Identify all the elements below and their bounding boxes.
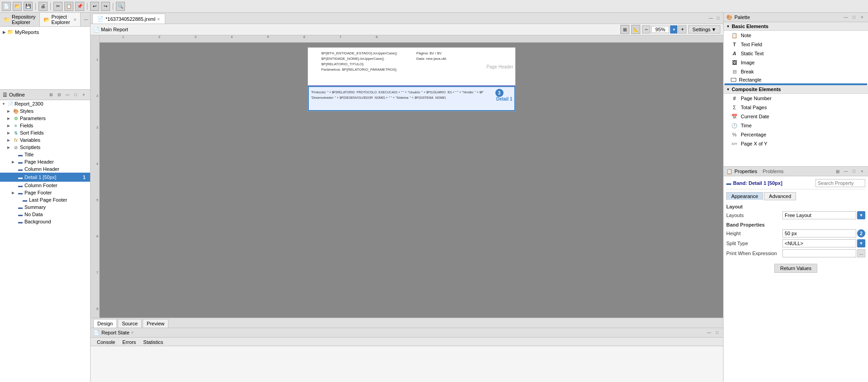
toolbar-print-btn[interactable]: 🖨 bbox=[38, 2, 48, 11]
design-tab-preview[interactable]: Preview bbox=[143, 319, 168, 328]
outline-header: ☰ Outline ⊞ ⊟ — □ × bbox=[0, 90, 90, 100]
outline-item-lastpagefooter[interactable]: ▬ Last Page Footer bbox=[0, 196, 90, 203]
palette-item-totalpages[interactable]: Σ Total Pages bbox=[724, 103, 868, 112]
zoom-dropdown-btn[interactable]: ▼ bbox=[670, 25, 677, 34]
props-printwhen-input[interactable] bbox=[782, 249, 856, 257]
band-detail1[interactable]: Detail 1 3 "Protocolo: " + $P{RELATORIO_… bbox=[308, 86, 515, 111]
outline-action-1[interactable]: ⊞ bbox=[48, 91, 55, 98]
zoom-out-btn[interactable]: − bbox=[642, 25, 650, 34]
props-printwhen-expr-btn[interactable]: … bbox=[857, 249, 865, 257]
design-tab-design[interactable]: Design bbox=[93, 319, 117, 328]
props-return-values-btn[interactable]: Return Values bbox=[774, 264, 817, 273]
outline-item-sortfields[interactable]: ▶ ⇅ Sort Fields bbox=[0, 129, 90, 136]
main-layout: 📁 Repository Explorer 📂 Project Explorer… bbox=[0, 13, 868, 382]
palette-section-basic[interactable]: ▼ Basic Elements bbox=[724, 22, 868, 31]
props-new-btn[interactable]: ⊞ bbox=[834, 168, 841, 174]
canvas-scroll[interactable]: Page Header $P{BTH_ENTIDADE_ESTADO}.toUp… bbox=[100, 43, 723, 318]
proj-explorer-close[interactable]: × bbox=[74, 17, 77, 22]
outline-item-variables[interactable]: ▶ fx Variables bbox=[0, 136, 90, 144]
outline-item-background[interactable]: ▬ Background bbox=[0, 218, 90, 225]
props-height-input[interactable] bbox=[782, 229, 856, 237]
toolbar-paste-btn[interactable]: 📌 bbox=[75, 2, 84, 11]
props-layouts-dropdown-btn[interactable]: ▼ bbox=[857, 211, 865, 219]
outline-item-pageheader[interactable]: ▶ ▬ Page Header bbox=[0, 158, 90, 165]
editor-area: 📄 *1637340522885.jrxml × — □ 📄 Main Repo… bbox=[91, 13, 723, 328]
toolbar-undo-btn[interactable]: ↩ bbox=[90, 2, 99, 11]
outline-minimize-btn[interactable]: — bbox=[64, 91, 71, 98]
snap-toggle-btn[interactable]: 📐 bbox=[631, 25, 640, 34]
props-tab-advanced[interactable]: Advanced bbox=[764, 192, 796, 200]
props-splittype-dropdown[interactable]: <NULL> bbox=[782, 239, 856, 247]
palette-item-pagexofy[interactable]: X/Y Page X of Y bbox=[724, 139, 868, 148]
problems-tab-btn[interactable]: Problems bbox=[762, 169, 783, 174]
palette-item-statictext[interactable]: A Static Text bbox=[724, 49, 868, 58]
toolbar-new-btn[interactable]: 📄 bbox=[2, 2, 11, 11]
outline-item-detail1[interactable]: ▬ Detail 1 [50px] 1 bbox=[0, 173, 90, 182]
outline-item-columnfooter[interactable]: ▬ Column Footer bbox=[0, 182, 90, 189]
props-layouts-dropdown[interactable]: Free Layout bbox=[782, 211, 856, 219]
tab-errors[interactable]: Errors bbox=[119, 338, 139, 346]
toolbar-redo-btn[interactable]: ↪ bbox=[101, 2, 110, 11]
outline-item-summary[interactable]: ▬ Summary bbox=[0, 203, 90, 211]
toolbar-sep-2 bbox=[50, 3, 51, 10]
outline-item-fields[interactable]: ▶ ≡ Fields bbox=[0, 122, 90, 129]
palette-item-currentdate[interactable]: 📅 Current Date bbox=[724, 112, 868, 121]
tab-project-explorer[interactable]: 📂 Project Explorer × bbox=[40, 13, 81, 26]
outline-item-parameters[interactable]: ▶ ⚙ Parameters bbox=[0, 115, 90, 122]
props-search-input[interactable] bbox=[815, 179, 865, 187]
toolbar-open-btn[interactable]: 📂 bbox=[13, 2, 22, 11]
palette-item-image[interactable]: 🖼 Image bbox=[724, 58, 868, 67]
palette-item-note[interactable]: 📋 Note bbox=[724, 31, 868, 40]
outline-action-2[interactable]: ⊟ bbox=[56, 91, 63, 98]
props-close-btn[interactable]: × bbox=[859, 168, 865, 174]
palette-item-break[interactable]: ⊟ Break bbox=[724, 67, 868, 76]
settings-btn[interactable]: Settings ▼ bbox=[688, 25, 720, 34]
outline-item-scriptlets[interactable]: ▶ ⊘ Scriptlets bbox=[0, 144, 90, 151]
fields-arrow: ▶ bbox=[7, 124, 12, 128]
report-state-maximize[interactable]: □ bbox=[714, 329, 720, 336]
palette-item-rectangle[interactable]: Rectangle bbox=[724, 76, 868, 83]
props-maximize-btn[interactable]: □ bbox=[851, 168, 857, 174]
editor-maximize-btn[interactable]: □ bbox=[715, 15, 721, 21]
palette-section-composite[interactable]: ▼ Composite Elements bbox=[724, 85, 868, 94]
props-minimize-btn[interactable]: — bbox=[843, 168, 849, 174]
props-splittype-dropdown-btn[interactable]: ▼ bbox=[857, 239, 865, 247]
properties-icon: 📋 bbox=[726, 169, 733, 174]
toolbar-cut-btn[interactable]: ✂ bbox=[53, 2, 62, 11]
explorer-minimize-btn[interactable]: — bbox=[82, 16, 90, 23]
report-state-minimize[interactable]: — bbox=[706, 329, 712, 336]
design-tabs: Design Source Preview bbox=[91, 318, 723, 328]
text-desenvolvedor: "Desenvolvedor: " + $P{DESENVOLVEDOR_NOM… bbox=[311, 96, 512, 99]
palette-item-textfield[interactable]: T Text Field bbox=[724, 40, 868, 49]
palette-minimize-btn[interactable]: — bbox=[843, 14, 849, 20]
tree-item-myreports[interactable]: ▶ 📁 MyReports bbox=[2, 29, 88, 35]
props-tab-appearance[interactable]: Appearance bbox=[726, 192, 763, 200]
design-tab-source[interactable]: Source bbox=[118, 319, 142, 328]
outline-item-report[interactable]: ▼ 📄 Report_2300 bbox=[0, 100, 90, 107]
zoom-in-btn[interactable]: + bbox=[678, 25, 686, 34]
editor-tab-jrxml[interactable]: 📄 *1637340522885.jrxml × bbox=[92, 14, 165, 24]
palette-item-percentage[interactable]: % Percentage bbox=[724, 130, 868, 139]
outline-item-nodata[interactable]: ▬ No Data bbox=[0, 211, 90, 218]
palette-item-time[interactable]: 🕐 Time bbox=[724, 121, 868, 130]
jrxml-tab-close[interactable]: × bbox=[157, 16, 160, 22]
outline-maximize-btn[interactable]: □ bbox=[72, 91, 79, 98]
tab-statistics[interactable]: Statistics bbox=[139, 338, 167, 346]
tab-repository-explorer[interactable]: 📁 Repository Explorer bbox=[0, 13, 40, 26]
outline-item-styles[interactable]: ▶ 🎨 Styles bbox=[0, 107, 90, 115]
outline-close-btn[interactable]: × bbox=[80, 91, 87, 98]
editor-minimize-btn[interactable]: — bbox=[708, 15, 714, 21]
palette-maximize-btn[interactable]: □ bbox=[851, 14, 857, 20]
outline-item-pagefooter[interactable]: ▶ ▬ Page Footer bbox=[0, 189, 90, 196]
band-page-header[interactable]: Page Header $P{BTH_ENTIDADE_ESTADO}.toUp… bbox=[308, 48, 515, 86]
outline-item-title[interactable]: ▬ Title bbox=[0, 151, 90, 158]
toolbar-save-btn[interactable]: 💾 bbox=[24, 2, 33, 11]
tab-console[interactable]: Console bbox=[93, 338, 119, 346]
percentage-label: Percentage bbox=[741, 132, 766, 137]
outline-item-columnheader[interactable]: ▬ Column Header bbox=[0, 165, 90, 173]
grid-toggle-btn[interactable]: ⊞ bbox=[620, 25, 629, 34]
toolbar-find-btn[interactable]: 🔍 bbox=[116, 2, 125, 11]
palette-close-btn[interactable]: × bbox=[859, 14, 865, 20]
palette-item-pagenumber[interactable]: # Page Number bbox=[724, 94, 868, 103]
toolbar-copy-btn[interactable]: 📋 bbox=[64, 2, 73, 11]
